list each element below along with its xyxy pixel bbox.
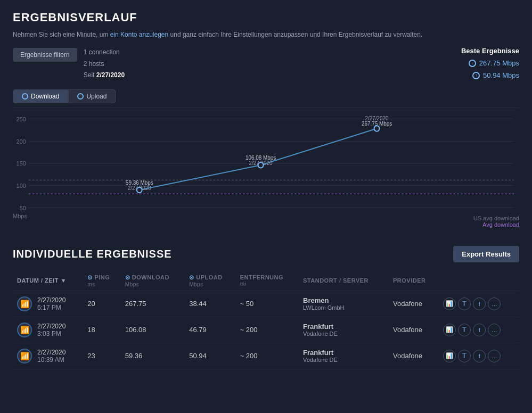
cell-ping-0: 20 bbox=[83, 291, 120, 317]
cell-location-1: Frankfurt Vodafone DE bbox=[299, 317, 389, 343]
create-account-link[interactable]: ein Konto anzulegen bbox=[110, 31, 168, 38]
best-results-title: Beste Ergebnisse bbox=[461, 47, 519, 55]
cell-upload-0: 38.44 bbox=[185, 291, 235, 317]
filter-button[interactable]: Ergebnisse filtern bbox=[13, 48, 77, 62]
facebook-icon-2[interactable]: f bbox=[473, 350, 486, 362]
svg-text:100: 100 bbox=[17, 182, 26, 188]
cell-ping-2: 23 bbox=[83, 343, 120, 369]
share-speedtest-icon-1[interactable]: 📊 bbox=[443, 324, 456, 336]
svg-point-17 bbox=[258, 162, 264, 168]
upload-icon: ↑ bbox=[472, 72, 480, 79]
share-speedtest-icon-2[interactable]: 📊 bbox=[443, 350, 456, 362]
cell-actions-1: 📊 𝕋 f … bbox=[439, 317, 519, 343]
col-header-location: STANDORT / SERVER bbox=[299, 271, 389, 291]
results-table: DATUM / ZEIT ▼ ⊙ PING ms ⊙ DOWNLOAD Mbps… bbox=[13, 271, 519, 369]
filter-row: Ergebnisse filtern 1 connection 2 hosts … bbox=[13, 47, 519, 82]
filter-left: Ergebnisse filtern 1 connection 2 hosts … bbox=[13, 47, 125, 81]
cell-ping-1: 18 bbox=[83, 317, 120, 343]
section-title: INDIVIDUELLE ERGEBNISSE bbox=[13, 248, 172, 260]
share-speedtest-icon-0[interactable]: 📊 bbox=[443, 298, 456, 310]
cell-date-0: 📶 2/27/2020 6:17 PM bbox=[13, 291, 83, 317]
cell-upload-1: 46.79 bbox=[185, 317, 235, 343]
page-title: ERGEBNISVERLAUF bbox=[13, 11, 519, 24]
export-button[interactable]: Export Results bbox=[453, 246, 519, 262]
svg-text:250: 250 bbox=[17, 116, 26, 122]
col-header-datetime[interactable]: DATUM / ZEIT ▼ bbox=[13, 271, 83, 291]
cell-provider-0: Vodafone bbox=[389, 291, 439, 317]
wifi-icon-2: 📶 bbox=[17, 349, 32, 364]
upload-tab-icon bbox=[77, 93, 84, 100]
best-results: Beste Ergebnisse ↓ 267.75 Mbps ↑ 50.94 M… bbox=[461, 47, 519, 82]
cell-download-2: 59.36 bbox=[121, 343, 185, 369]
filter-info: 1 connection 2 hosts Seit 2/27/2020 bbox=[84, 47, 125, 81]
col-header-distance: ENTFERNUNG mi bbox=[236, 271, 299, 291]
download-tab-icon bbox=[22, 93, 28, 100]
cell-distance-1: ~ 200 bbox=[236, 317, 299, 343]
chart-svg: 250 200 150 100 50 2/27/2020 59.36 Mbps … bbox=[13, 108, 519, 230]
cell-download-0: 267.75 bbox=[121, 291, 185, 317]
wifi-icon-1: 📶 bbox=[17, 323, 32, 337]
more-options-icon-1[interactable]: … bbox=[488, 324, 501, 336]
col-header-upload: ⊙ UPLOAD Mbps bbox=[185, 271, 235, 291]
cell-upload-2: 50.94 bbox=[185, 343, 235, 369]
twitter-icon-1[interactable]: 𝕋 bbox=[458, 324, 471, 336]
table-row: 📶 2/27/2020 3:03 PM 18 106.08 46.79 ~ 20… bbox=[13, 317, 519, 343]
wifi-icon-0: 📶 bbox=[17, 296, 32, 311]
tab-row: Download Upload bbox=[13, 89, 519, 103]
cell-distance-0: ~ 50 bbox=[236, 291, 299, 317]
svg-text:50: 50 bbox=[20, 204, 26, 211]
svg-text:200: 200 bbox=[17, 138, 26, 144]
more-options-icon-0[interactable]: … bbox=[488, 298, 501, 310]
cell-date-1: 📶 2/27/2020 3:03 PM bbox=[13, 317, 83, 343]
chart-legend: US avg download Avg download bbox=[473, 215, 519, 228]
cell-location-0: Bremen LWLcom GmbH bbox=[299, 291, 389, 317]
facebook-icon-0[interactable]: f bbox=[473, 298, 486, 310]
svg-text:150: 150 bbox=[17, 160, 26, 167]
facebook-icon-1[interactable]: f bbox=[473, 324, 486, 336]
table-header-row: DATUM / ZEIT ▼ ⊙ PING ms ⊙ DOWNLOAD Mbps… bbox=[13, 271, 519, 291]
cell-download-1: 106.08 bbox=[121, 317, 185, 343]
cell-date-2: 📶 2/27/2020 10:39 AM bbox=[13, 343, 83, 369]
tab-download[interactable]: Download bbox=[13, 89, 68, 103]
table-row: 📶 2/27/2020 10:39 AM 23 59.36 50.94 ~ 20… bbox=[13, 343, 519, 369]
intro-text: Nehmen Sie sich eine Minute, um ein Kont… bbox=[13, 31, 519, 38]
cell-location-2: Frankfurt Vodafone DE bbox=[299, 343, 389, 369]
section-header: INDIVIDUELLE ERGEBNISSE Export Results bbox=[13, 246, 519, 262]
more-options-icon-2[interactable]: … bbox=[488, 350, 501, 362]
twitter-icon-2[interactable]: 𝕋 bbox=[458, 350, 471, 362]
cell-provider-1: Vodafone bbox=[389, 317, 439, 343]
col-header-download: ⊙ DOWNLOAD Mbps bbox=[121, 271, 185, 291]
best-download: ↓ 267.75 Mbps bbox=[461, 57, 519, 69]
table-row: 📶 2/27/2020 6:17 PM 20 267.75 38.44 ~ 50… bbox=[13, 291, 519, 317]
svg-text:106.08 Mbps: 106.08 Mbps bbox=[245, 154, 276, 160]
cell-actions-2: 📊 𝕋 f … bbox=[439, 343, 519, 369]
svg-point-20 bbox=[374, 126, 380, 131]
cell-actions-0: 📊 𝕋 f … bbox=[439, 291, 519, 317]
chart-container: 250 200 150 100 50 2/27/2020 59.36 Mbps … bbox=[13, 108, 519, 230]
tab-upload[interactable]: Upload bbox=[68, 89, 116, 103]
col-header-actions bbox=[439, 271, 519, 291]
twitter-icon-0[interactable]: 𝕋 bbox=[458, 298, 471, 310]
svg-text:59.36 Mbps: 59.36 Mbps bbox=[126, 179, 153, 185]
download-icon: ↓ bbox=[469, 60, 476, 67]
col-header-provider: PROVIDER bbox=[389, 271, 439, 291]
svg-point-14 bbox=[137, 187, 142, 193]
col-header-ping: ⊙ PING ms bbox=[83, 271, 120, 291]
cell-distance-2: ~ 200 bbox=[236, 343, 299, 369]
cell-provider-2: Vodafone bbox=[389, 343, 439, 369]
best-upload: ↑ 50.94 Mbps bbox=[461, 69, 519, 81]
chart-unit: Mbps bbox=[13, 213, 27, 219]
